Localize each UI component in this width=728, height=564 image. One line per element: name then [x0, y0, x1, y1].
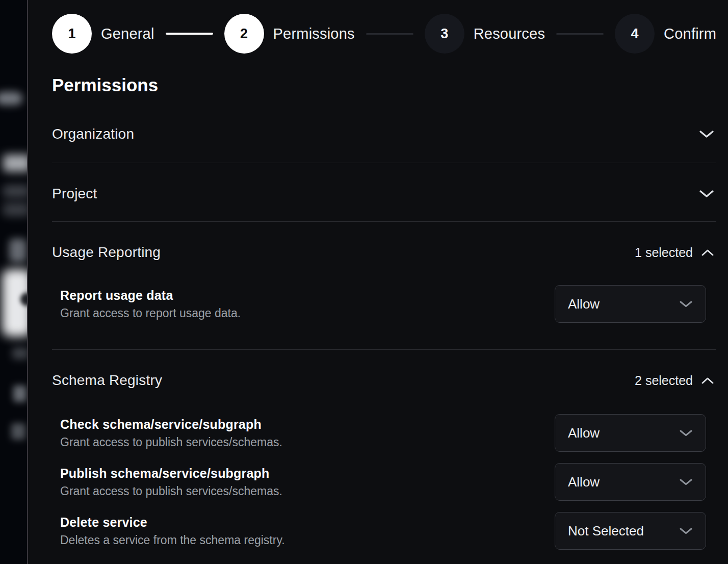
step-1-label: General [101, 25, 154, 42]
section-title: Project [52, 186, 97, 202]
step-resources[interactable]: 3 Resources [425, 14, 545, 54]
permission-select[interactable]: Allow [555, 414, 706, 452]
section-title: Usage Reporting [52, 244, 161, 261]
section-project: Project [52, 163, 716, 222]
step-1-badge: 1 [52, 14, 92, 54]
permission-description: Deletes a service from the schema regist… [60, 533, 285, 547]
section-usage-reporting: Usage Reporting 1 selected Report usage … [52, 222, 716, 350]
section-schema-registry: Schema Registry 2 selected Check schema/… [52, 350, 716, 564]
selected-count: 1 selected [635, 245, 693, 260]
select-value: Allow [568, 474, 600, 490]
permission-select[interactable]: Not Selected [555, 512, 706, 550]
permission-select[interactable]: Allow [555, 285, 706, 323]
select-value: Not Selected [568, 523, 644, 539]
screen: 1 General 2 Permissions 3 Resources 4 Co… [0, 0, 728, 564]
blurred-sidebar-item [11, 423, 25, 440]
section-organization: Organization [52, 95, 716, 163]
select-value: Allow [568, 425, 600, 441]
section-title: Organization [52, 126, 134, 142]
wizard-stepper: 1 General 2 Permissions 3 Resources 4 Co… [52, 14, 716, 54]
step-connector-complete [166, 33, 213, 35]
permission-row-check-schema: Check schema/service/subgraph Grant acce… [52, 414, 716, 452]
chevron-down-icon [699, 189, 714, 198]
blurred-sidebar-text [3, 203, 30, 216]
permission-row-delete-service: Delete service Deletes a service from th… [52, 512, 716, 550]
step-2-label: Permissions [273, 25, 355, 42]
step-permissions[interactable]: 2 Permissions [224, 14, 355, 54]
step-4-badge: 4 [615, 14, 655, 54]
blurred-sidebar-logo [0, 92, 22, 105]
step-2-badge: 2 [224, 14, 264, 54]
permission-title: Check schema/service/subgraph [60, 417, 282, 432]
chevron-down-icon [679, 478, 693, 486]
step-confirm[interactable]: 4 Confirm [615, 14, 716, 54]
step-connector-upcoming [556, 33, 604, 35]
blurred-sidebar-heading [3, 155, 31, 172]
permission-title: Report usage data [60, 288, 241, 303]
step-connector-upcoming [366, 33, 413, 35]
step-general[interactable]: 1 General [52, 14, 154, 54]
chevron-up-icon [701, 377, 714, 384]
permission-title: Delete service [60, 515, 285, 530]
permission-row-report-usage-data: Report usage data Grant access to report… [52, 285, 716, 323]
permission-description: Grant access to report usage data. [60, 306, 241, 320]
chevron-down-icon [679, 300, 693, 308]
section-project-header[interactable]: Project [52, 186, 716, 202]
permission-row-publish-schema: Publish schema/service/subgraph Grant ac… [52, 463, 716, 501]
selected-count: 2 selected [635, 373, 693, 388]
blurred-sidebar-icon [9, 239, 27, 262]
step-3-badge: 3 [425, 14, 464, 54]
section-schema-registry-header[interactable]: Schema Registry 2 selected [52, 372, 716, 389]
page-title: Permissions [52, 75, 716, 95]
permission-select[interactable]: Allow [555, 463, 706, 501]
chevron-up-icon [701, 249, 714, 257]
chevron-down-icon [679, 527, 693, 535]
blurred-sidebar-item [13, 386, 27, 402]
permission-description: Grant access to publish services/schemas… [60, 484, 282, 498]
chevron-down-icon [679, 429, 693, 437]
step-4-label: Confirm [664, 25, 716, 42]
permission-title: Publish schema/service/subgraph [60, 466, 282, 481]
blurred-sidebar-item [12, 348, 29, 359]
section-organization-header[interactable]: Organization [52, 126, 716, 142]
section-title: Schema Registry [52, 372, 162, 389]
step-3-label: Resources [474, 25, 545, 42]
permission-description: Grant access to publish services/schemas… [60, 435, 282, 449]
select-value: Allow [568, 296, 600, 312]
section-usage-reporting-header[interactable]: Usage Reporting 1 selected [52, 244, 716, 261]
blurred-sidebar-text [3, 185, 30, 197]
permissions-wizard-panel: 1 General 2 Permissions 3 Resources 4 Co… [27, 0, 728, 564]
chevron-down-icon [699, 130, 714, 139]
